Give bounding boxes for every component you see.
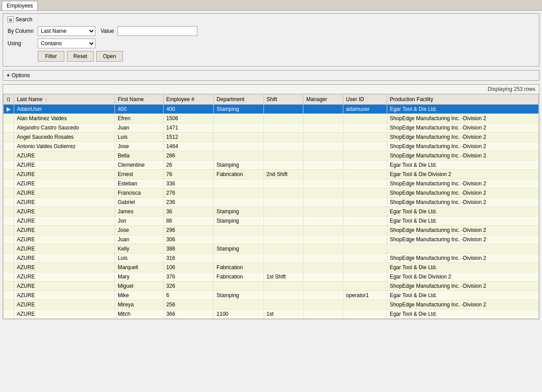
shift-cell bbox=[263, 254, 303, 263]
search-panel: ⊞ Search By Column Last Name First Name … bbox=[3, 13, 539, 67]
reset-button[interactable]: Reset bbox=[67, 51, 94, 62]
display-info: Displaying 253 rows bbox=[3, 85, 539, 94]
using-select[interactable]: Contains Starts With Equals bbox=[38, 39, 95, 48]
col-first-name-header[interactable]: First Name bbox=[115, 94, 163, 105]
row-arrow-cell bbox=[4, 123, 14, 133]
first-name-cell: Mireya bbox=[115, 300, 163, 310]
facility-cell: Egar Tool & Die Ltd. bbox=[387, 310, 538, 319]
dept-cell: Stamping bbox=[214, 291, 263, 300]
manager-cell bbox=[303, 188, 343, 198]
facility-cell: Egar Tool & Die Ltd. bbox=[387, 207, 538, 216]
table-row[interactable]: Alejandro Castro SaucedoJuan1471ShopEdge… bbox=[4, 123, 539, 133]
col-facility-header[interactable]: Production Facility bbox=[387, 94, 538, 105]
table-row[interactable]: AZUREJon86StampingEgar Tool & Die Ltd. bbox=[4, 216, 539, 226]
table-row[interactable]: AZUREMary376Fabrication1st ShiftEgar Too… bbox=[4, 272, 539, 282]
table-row[interactable]: AZURELuis316ShopEdge Manufacturing Inc. … bbox=[4, 254, 539, 263]
manager-cell bbox=[303, 244, 343, 254]
manager-cell bbox=[303, 272, 343, 282]
search-value-input[interactable] bbox=[118, 26, 197, 36]
table-row[interactable]: AZUREJames36StampingEgar Tool & Die Ltd. bbox=[4, 207, 539, 216]
row-arrow-cell bbox=[4, 291, 14, 300]
shift-cell bbox=[263, 105, 303, 114]
table-row[interactable]: AZUREJuan306ShopEdge Manufacturing Inc. … bbox=[4, 235, 539, 244]
facility-cell: Egar Tool & Die Ltd. bbox=[387, 161, 538, 170]
facility-cell: ShopEdge Manufacturing Inc. -Division 2 bbox=[387, 254, 538, 263]
table-row[interactable]: Alan Martinez ValdesEfren1506ShopEdge Ma… bbox=[4, 114, 539, 123]
row-arrow-cell bbox=[4, 263, 14, 272]
emp-num-cell: 296 bbox=[163, 226, 213, 235]
emp-num-cell: 76 bbox=[163, 170, 213, 179]
user-id-cell bbox=[343, 170, 387, 179]
last-name-cell: AZURE bbox=[14, 254, 115, 263]
table-row[interactable]: AZUREMiguel326ShopEdge Manufacturing Inc… bbox=[4, 282, 539, 291]
table-row[interactable]: AZUREMike6Stampingoperator1Egar Tool & D… bbox=[4, 291, 539, 300]
table-row[interactable]: ▶AdamUser400400StampingadamuserEgar Tool… bbox=[4, 105, 539, 114]
table-row[interactable]: AZUREJose296ShopEdge Manufacturing Inc. … bbox=[4, 226, 539, 235]
last-name-cell: AZURE bbox=[14, 151, 115, 161]
shift-cell bbox=[263, 151, 303, 161]
col-department-header[interactable]: Department bbox=[214, 94, 263, 105]
shift-cell: 1st Shift bbox=[263, 272, 303, 282]
table-row[interactable]: AZUREGabriel236ShopEdge Manufacturing In… bbox=[4, 198, 539, 207]
table-row[interactable]: Angel Saucedo RosalesLuis1512ShopEdge Ma… bbox=[4, 133, 539, 142]
manager-cell bbox=[303, 179, 343, 188]
table-row[interactable]: AZUREClementine26StampingEgar Tool & Die… bbox=[4, 161, 539, 170]
user-id-cell: adamuser bbox=[343, 105, 387, 114]
dept-cell: Fabrication bbox=[214, 263, 263, 272]
last-name-cell: AZURE bbox=[14, 263, 115, 272]
last-name-cell: AZURE bbox=[14, 235, 115, 244]
col-manager-header[interactable]: Manager bbox=[303, 94, 343, 105]
options-panel[interactable]: + Options bbox=[3, 70, 539, 81]
by-column-select[interactable]: Last Name First Name Employee # Departme… bbox=[38, 26, 95, 36]
row-arrow-cell bbox=[4, 133, 14, 142]
table-row[interactable]: AZUREBella286ShopEdge Manufacturing Inc.… bbox=[4, 151, 539, 161]
filter-button[interactable]: Filter bbox=[38, 51, 64, 62]
col-last-name-header[interactable]: Last Name ↑ bbox=[14, 94, 115, 105]
table-row[interactable]: AZUREErnest76Fabrication2nd ShiftEgar To… bbox=[4, 170, 539, 179]
table-row[interactable]: AZUREFrancisca276ShopEdge Manufacturing … bbox=[4, 188, 539, 198]
tab-employees[interactable]: Employees bbox=[2, 1, 38, 10]
facility-cell: ShopEdge Manufacturing Inc. -Division 2 bbox=[387, 142, 538, 151]
facility-cell: Egar Tool & Die Ltd. bbox=[387, 291, 538, 300]
shift-cell bbox=[263, 179, 303, 188]
emp-num-cell: 1506 bbox=[163, 114, 213, 123]
facility-cell: Egar Tool & Die Ltd. bbox=[387, 105, 538, 114]
dept-cell bbox=[214, 188, 263, 198]
emp-num-cell: 6 bbox=[163, 291, 213, 300]
user-id-cell bbox=[343, 123, 387, 133]
row-arrow-cell: ▶ bbox=[4, 105, 14, 114]
by-column-label: By Column bbox=[8, 28, 34, 34]
table-row[interactable]: AZUREEsteban336ShopEdge Manufacturing In… bbox=[4, 179, 539, 188]
table-row[interactable]: Antonio Valdes GutierrezJose1464ShopEdge… bbox=[4, 142, 539, 151]
col-emp-num-header[interactable]: Employee # bbox=[163, 94, 213, 105]
employees-table-wrapper: Displaying 253 rows 🗋 Last Name ↑ First … bbox=[3, 84, 539, 319]
table-header-row: 🗋 Last Name ↑ First Name Employee # Depa… bbox=[4, 94, 539, 105]
emp-num-cell: 336 bbox=[163, 179, 213, 188]
last-name-cell: AZURE bbox=[14, 310, 115, 319]
last-name-cell: Antonio Valdes Gutierrez bbox=[14, 142, 115, 151]
facility-cell: ShopEdge Manufacturing Inc. -Division 2 bbox=[387, 282, 538, 291]
col-shift-header[interactable]: Shift bbox=[263, 94, 303, 105]
open-button[interactable]: Open bbox=[96, 51, 123, 62]
facility-cell: ShopEdge Manufacturing Inc. -Division 2 bbox=[387, 235, 538, 244]
dept-cell bbox=[214, 133, 263, 142]
user-id-cell bbox=[343, 161, 387, 170]
table-row[interactable]: AZUREMireya256ShopEdge Manufacturing Inc… bbox=[4, 300, 539, 310]
table-row[interactable]: AZUREKelly386Stamping bbox=[4, 244, 539, 254]
col-user-id-header[interactable]: User ID bbox=[343, 94, 387, 105]
first-name-cell: Juan bbox=[115, 123, 163, 133]
user-id-cell bbox=[343, 300, 387, 310]
first-name-cell: Ernest bbox=[115, 170, 163, 179]
dept-cell: Stamping bbox=[214, 105, 263, 114]
row-arrow-cell bbox=[4, 244, 14, 254]
table-row[interactable]: AZUREMarquell106FabricationEgar Tool & D… bbox=[4, 263, 539, 272]
dept-cell bbox=[214, 226, 263, 235]
table-row[interactable]: AZUREMitch36611001stEgar Tool & Die Ltd. bbox=[4, 310, 539, 319]
facility-cell: ShopEdge Manufacturing Inc. -Division 2 bbox=[387, 133, 538, 142]
first-name-cell: Mike bbox=[115, 291, 163, 300]
emp-num-cell: 256 bbox=[163, 300, 213, 310]
first-name-cell: Esteban bbox=[115, 179, 163, 188]
manager-cell bbox=[303, 310, 343, 319]
user-id-cell bbox=[343, 244, 387, 254]
last-name-cell: Alejandro Castro Saucedo bbox=[14, 123, 115, 133]
